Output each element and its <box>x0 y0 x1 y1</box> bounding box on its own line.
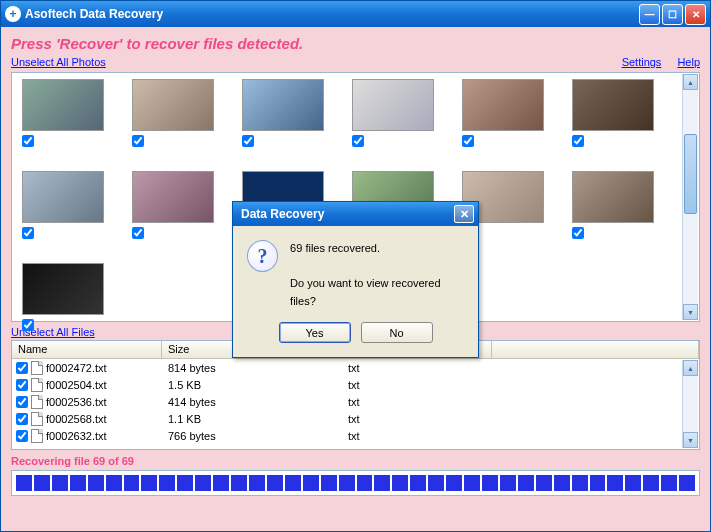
progress-segment <box>482 475 498 491</box>
photo-checkbox[interactable] <box>132 227 144 239</box>
settings-link[interactable]: Settings <box>622 56 662 68</box>
photo-thumbnail[interactable] <box>242 79 324 131</box>
photo-checkbox[interactable] <box>572 135 584 147</box>
files-body: f0002472.txt814 bytestxtf0002504.txt1.5 … <box>12 359 699 444</box>
maximize-button[interactable]: ☐ <box>662 4 683 25</box>
file-checkbox[interactable] <box>16 362 28 374</box>
photo-item[interactable] <box>242 79 324 149</box>
titlebar: + Asoftech Data Recovery — ☐ ✕ <box>1 1 710 27</box>
file-checkbox[interactable] <box>16 396 28 408</box>
table-row[interactable]: f0002472.txt814 bytestxt <box>12 359 699 376</box>
progress-segment <box>590 475 606 491</box>
file-size: 766 bytes <box>162 430 342 442</box>
file-name: f0002472.txt <box>46 362 107 374</box>
photo-item[interactable] <box>132 79 214 149</box>
window-title: Asoftech Data Recovery <box>25 7 639 21</box>
photo-thumbnail[interactable] <box>352 79 434 131</box>
photo-checkbox[interactable] <box>242 135 254 147</box>
file-name: f0002536.txt <box>46 396 107 408</box>
photo-thumbnail[interactable] <box>572 79 654 131</box>
photo-thumbnail[interactable] <box>572 171 654 223</box>
progress-segment <box>141 475 157 491</box>
scroll-down-icon[interactable]: ▼ <box>683 432 698 448</box>
progress-segment <box>231 475 247 491</box>
photo-thumbnail[interactable] <box>22 171 104 223</box>
progress-bar <box>16 475 695 491</box>
file-checkbox[interactable] <box>16 430 28 442</box>
photo-thumbnail[interactable] <box>22 79 104 131</box>
photo-checkbox[interactable] <box>462 135 474 147</box>
photo-checkbox[interactable] <box>352 135 364 147</box>
progress-segment <box>339 475 355 491</box>
file-extension: txt <box>342 362 492 374</box>
status-text: Recovering file 69 of 69 <box>11 455 700 467</box>
dialog-message: 69 files recovered. Do you want to view … <box>290 240 464 310</box>
help-link[interactable]: Help <box>677 56 700 68</box>
progress-segment <box>303 475 319 491</box>
progress-segment <box>357 475 373 491</box>
scroll-up-icon[interactable]: ▲ <box>683 360 698 376</box>
scroll-up-icon[interactable]: ▲ <box>683 74 698 90</box>
photo-item[interactable] <box>572 171 654 241</box>
photo-thumbnail[interactable] <box>132 79 214 131</box>
file-name: f0002632.txt <box>46 430 107 442</box>
progress-segment <box>679 475 695 491</box>
progress-segment <box>607 475 623 491</box>
file-icon <box>31 361 43 375</box>
file-size: 1.5 KB <box>162 379 342 391</box>
progress-segment <box>267 475 283 491</box>
photo-thumbnail[interactable] <box>132 171 214 223</box>
photo-item[interactable] <box>22 171 104 241</box>
files-scrollbar[interactable]: ▲ ▼ <box>682 360 698 448</box>
file-extension: txt <box>342 379 492 391</box>
progress-segment <box>124 475 140 491</box>
minimize-button[interactable]: — <box>639 4 660 25</box>
photo-thumbnail[interactable] <box>462 79 544 131</box>
column-name[interactable]: Name <box>12 341 162 358</box>
table-row[interactable]: f0002536.txt414 bytestxt <box>12 393 699 410</box>
yes-button[interactable]: Yes <box>279 322 351 343</box>
dialog-close-button[interactable]: ✕ <box>454 205 474 223</box>
file-name: f0002504.txt <box>46 379 107 391</box>
photos-scrollbar[interactable]: ▲ ▼ <box>682 74 698 320</box>
photo-thumbnail[interactable] <box>22 263 104 315</box>
table-row[interactable]: f0002568.txt1.1 KBtxt <box>12 410 699 427</box>
photo-item[interactable] <box>22 79 104 149</box>
progress-segment <box>625 475 641 491</box>
table-row[interactable]: f0002504.txt1.5 KBtxt <box>12 376 699 393</box>
photo-item[interactable] <box>22 263 104 333</box>
photo-item[interactable] <box>132 171 214 241</box>
progress-segment <box>446 475 462 491</box>
photo-checkbox[interactable] <box>572 227 584 239</box>
file-extension: txt <box>342 413 492 425</box>
scroll-thumb[interactable] <box>684 134 697 214</box>
file-name: f0002568.txt <box>46 413 107 425</box>
progress-segment <box>249 475 265 491</box>
photo-item[interactable] <box>352 79 434 149</box>
photo-item[interactable] <box>572 79 654 149</box>
close-button[interactable]: ✕ <box>685 4 706 25</box>
progress-segment <box>554 475 570 491</box>
progress-segment <box>410 475 426 491</box>
photo-item[interactable] <box>462 79 544 149</box>
scroll-down-icon[interactable]: ▼ <box>683 304 698 320</box>
progress-segment <box>392 475 408 491</box>
file-checkbox[interactable] <box>16 413 28 425</box>
progress-segment <box>321 475 337 491</box>
photo-checkbox[interactable] <box>22 227 34 239</box>
progress-segment <box>88 475 104 491</box>
progress-segment <box>500 475 516 491</box>
progress-segment <box>159 475 175 491</box>
no-button[interactable]: No <box>361 322 433 343</box>
photo-checkbox[interactable] <box>22 319 34 331</box>
unselect-all-photos-link[interactable]: Unselect All Photos <box>11 56 106 68</box>
table-row[interactable]: f0002632.txt766 bytestxt <box>12 427 699 444</box>
progress-segment <box>106 475 122 491</box>
file-icon <box>31 412 43 426</box>
file-checkbox[interactable] <box>16 379 28 391</box>
column-spacer <box>492 341 699 358</box>
photo-checkbox[interactable] <box>22 135 34 147</box>
dialog-titlebar: Data Recovery ✕ <box>233 202 478 226</box>
progress-segment <box>70 475 86 491</box>
photo-checkbox[interactable] <box>132 135 144 147</box>
